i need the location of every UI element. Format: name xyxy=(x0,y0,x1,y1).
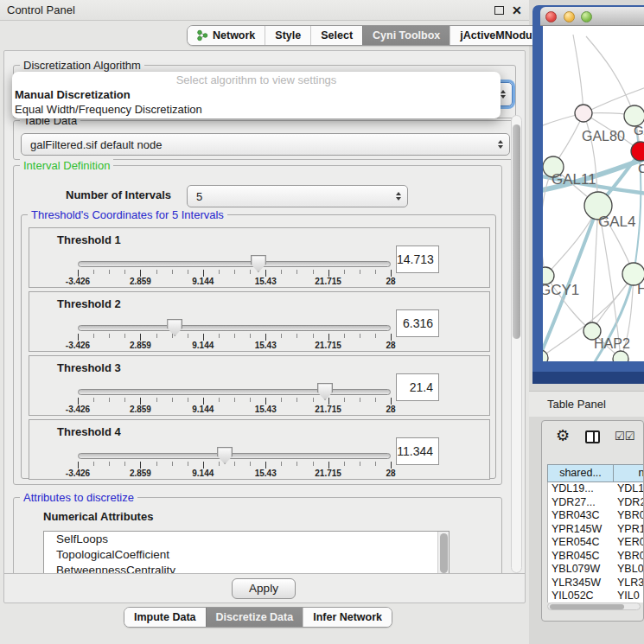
slider-tick xyxy=(140,334,141,341)
table-data-combobox[interactable]: galFiltered.sif default node xyxy=(21,133,510,156)
slider-tick xyxy=(281,398,282,402)
thresholds-group-title: Threshold's Coordinates for 5 Intervals xyxy=(28,208,227,221)
table-row[interactable]: YDL19...YDL1 xyxy=(548,482,644,496)
gear-icon[interactable]: ⚙ xyxy=(556,426,570,445)
table-row[interactable]: YBR043CYBR0 xyxy=(548,509,644,523)
slider-tick xyxy=(172,334,173,338)
column-header-shared-name[interactable]: shared... xyxy=(547,464,613,482)
slider-tick xyxy=(109,462,110,466)
algorithm-group-title: Discretization Algorithm xyxy=(20,59,144,72)
threshold-value-field[interactable]: 21.4 xyxy=(396,373,439,401)
slider-tick xyxy=(391,334,392,341)
threshold-4-panel: Threshold 4 -3.4262.8599.14415.4321.7152… xyxy=(29,419,490,480)
tab-infer-network[interactable]: Infer Network xyxy=(303,608,392,627)
dropdown-option-equal-width[interactable]: Equal Width/Frequency Discretization xyxy=(12,102,501,117)
slider-tick xyxy=(78,462,79,469)
control-panel-titlebar: Control Panel ✕ xyxy=(0,0,529,21)
slider-tick xyxy=(328,270,329,277)
slider-tick xyxy=(109,334,110,338)
tab-style[interactable]: Style xyxy=(265,26,310,45)
slider-tick xyxy=(124,334,125,338)
slider-tick xyxy=(234,462,235,466)
attributes-list-scrollbar[interactable] xyxy=(437,532,449,574)
tab-network[interactable]: Network xyxy=(188,26,265,45)
slider-tick xyxy=(360,270,360,274)
slider-tick xyxy=(156,334,157,338)
slider-tick xyxy=(234,398,235,402)
slider-tick xyxy=(250,334,251,338)
network-node[interactable] xyxy=(631,142,644,161)
tab-discretize-data[interactable]: Discretize Data xyxy=(206,608,303,627)
slider-tick xyxy=(296,270,297,274)
table-row[interactable]: YLR345WYLR3 xyxy=(548,577,644,590)
threshold-slider[interactable] xyxy=(78,261,391,267)
table-row[interactable]: YDR27...YDR2 xyxy=(548,496,644,510)
slider-tick xyxy=(203,398,204,405)
network-node[interactable] xyxy=(613,351,628,361)
slider-tick xyxy=(140,270,141,277)
threshold-value-field[interactable]: 14.713 xyxy=(396,245,439,273)
threshold-label: Threshold 4 xyxy=(57,425,121,438)
table-row[interactable]: YBL079WYBL0 xyxy=(548,563,644,577)
slider-tick-label: 15.43 xyxy=(255,405,277,414)
table-row[interactable]: YPR145WYPR1 xyxy=(548,523,644,537)
attributes-list[interactable]: SelfLoopsTopologicalCoefficientBetweenne… xyxy=(43,531,450,574)
threshold-label: Threshold 3 xyxy=(57,361,121,374)
slider-tick xyxy=(344,270,345,274)
network-window-titlebar[interactable] xyxy=(540,7,644,26)
control-panel: Control Panel ✕ Network Style Select Cyn… xyxy=(0,0,529,644)
threshold-slider[interactable] xyxy=(78,389,391,395)
slider-tick xyxy=(188,462,188,466)
slider-tick xyxy=(391,462,392,469)
slider-tick xyxy=(188,334,188,338)
slider-tick xyxy=(203,462,204,469)
slider-tick xyxy=(391,398,392,405)
dropdown-option-manual[interactable]: Manual Discretization xyxy=(12,87,501,102)
slider-scale: -3.4262.8599.14415.4321.71528 xyxy=(78,398,391,415)
network-node[interactable] xyxy=(575,105,592,122)
network-canvas[interactable]: GAL80GACGAL11GAL4GCY1HHAP2 xyxy=(543,26,644,361)
slider-tick xyxy=(265,270,266,277)
threshold-label: Threshold 1 xyxy=(57,233,121,246)
slider-tick xyxy=(250,270,251,274)
close-traffic-light-icon[interactable] xyxy=(545,11,557,22)
table-row[interactable]: YIL052CYIL0 xyxy=(548,590,644,603)
close-icon[interactable]: ✕ xyxy=(512,3,522,18)
slider-tick-label: 15.43 xyxy=(255,277,277,286)
threshold-slider[interactable] xyxy=(78,453,391,459)
threshold-label: Threshold 2 xyxy=(57,297,121,310)
slider-scale: -3.4262.8599.14415.4321.71528 xyxy=(78,462,391,479)
threshold-value-field[interactable]: 6.316 xyxy=(396,309,439,337)
table-row[interactable]: YBR045CYBR0 xyxy=(548,550,644,564)
settings-scroll-viewport: Interval Definition Number of Intervals … xyxy=(4,158,525,574)
column-header-name[interactable]: n xyxy=(613,464,644,482)
table-row[interactable]: YER054CYER0 xyxy=(548,536,644,550)
table-horizontal-scrollbar[interactable] xyxy=(547,603,641,610)
table-panel: ⚙ ☑☑ shared... n YDL19...YDL1YDR27...YDR… xyxy=(541,420,644,622)
threshold-slider[interactable] xyxy=(78,325,391,331)
slider-tick xyxy=(140,398,141,405)
tab-label: Network xyxy=(213,29,255,41)
slider-tick xyxy=(265,398,266,405)
attribute-list-item[interactable]: TopologicalCoefficient xyxy=(44,547,449,563)
attribute-list-item[interactable]: BetweennessCentrality xyxy=(44,563,449,574)
slider-tick xyxy=(360,334,360,338)
float-window-icon[interactable] xyxy=(494,6,504,15)
tab-cyni-toolbox[interactable]: Cyni Toolbox xyxy=(362,26,450,45)
minimize-traffic-light-icon[interactable] xyxy=(564,11,575,22)
table-panel-header: Table Panel xyxy=(529,391,644,417)
tab-select[interactable]: Select xyxy=(310,26,362,45)
split-columns-icon[interactable] xyxy=(585,430,600,443)
panel-vertical-scrollbar[interactable] xyxy=(511,115,522,573)
zoom-traffic-light-icon[interactable] xyxy=(581,11,592,22)
threshold-value-field[interactable]: 11.344 xyxy=(396,437,439,465)
slider-tick xyxy=(265,334,266,341)
apply-button[interactable]: Apply xyxy=(232,578,296,599)
select-columns-icon[interactable]: ☑☑ xyxy=(615,430,634,443)
num-intervals-combobox[interactable]: 5 xyxy=(187,185,408,207)
network-node[interactable] xyxy=(543,350,548,361)
tab-impute-data[interactable]: Impute Data xyxy=(124,608,206,627)
slider-tick xyxy=(313,398,314,402)
attribute-list-item[interactable]: SelfLoops xyxy=(44,532,449,547)
tab-label: Style xyxy=(275,29,301,41)
